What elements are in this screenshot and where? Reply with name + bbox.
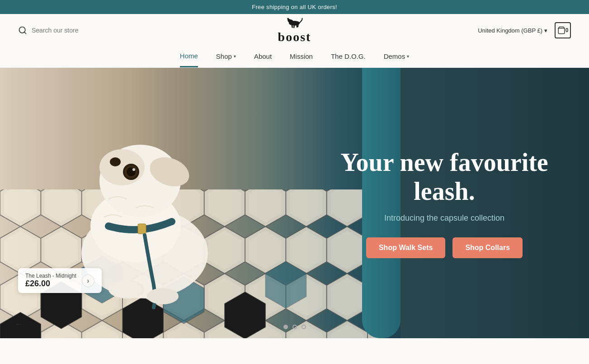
svg-point-31 bbox=[110, 157, 121, 166]
nav-home[interactable]: Home bbox=[180, 52, 198, 67]
carousel-dot-1[interactable] bbox=[283, 325, 288, 329]
hero-headline: Your new favourite leash. bbox=[336, 148, 553, 206]
nav-mission[interactable]: Mission bbox=[290, 52, 313, 67]
svg-point-30 bbox=[132, 168, 135, 171]
demos-chevron-icon: ▾ bbox=[407, 54, 409, 59]
nav-shop[interactable]: Shop ▾ bbox=[216, 52, 236, 67]
cart-icon bbox=[557, 26, 565, 34]
carousel-dots bbox=[283, 325, 306, 329]
header-right: United Kingdom (GBP £) ▾ 0 bbox=[295, 22, 571, 38]
product-tag-info: The Leash - Midnight £26.00 bbox=[25, 273, 76, 288]
svg-point-26 bbox=[99, 149, 145, 185]
carousel-prev-icon: ← bbox=[14, 319, 24, 329]
shop-walk-sets-button[interactable]: Shop Walk Sets bbox=[366, 237, 445, 258]
carousel-next-button[interactable]: → bbox=[560, 317, 580, 331]
product-tag-name: The Leash - Midnight bbox=[25, 273, 76, 279]
product-tag-price: £26.00 bbox=[25, 279, 76, 288]
top-banner: Free shipping on all UK orders! bbox=[0, 0, 589, 14]
header-left bbox=[18, 26, 295, 35]
nav-dog[interactable]: The D.O.G. bbox=[331, 52, 366, 67]
region-text: United Kingdom (GBP £) bbox=[478, 27, 542, 34]
cart-button[interactable]: 0 bbox=[555, 22, 571, 38]
product-tag: The Leash - Midnight £26.00 › bbox=[18, 268, 102, 293]
shop-chevron-icon: ▾ bbox=[234, 54, 236, 59]
search-icon[interactable] bbox=[18, 26, 27, 35]
hero-buttons: Shop Walk Sets Shop Collars bbox=[336, 237, 553, 258]
logo-text: boost bbox=[278, 30, 311, 44]
carousel-dot-3[interactable] bbox=[302, 325, 306, 329]
nav-about[interactable]: About bbox=[254, 52, 272, 67]
search-input[interactable] bbox=[32, 27, 111, 34]
main-nav: Home Shop ▾ About Mission The D.O.G. Dem… bbox=[0, 47, 589, 68]
cart-count: 0 bbox=[565, 27, 569, 33]
svg-line-1 bbox=[24, 32, 26, 34]
hero-subtext: Introducing the capsule collection bbox=[336, 213, 553, 223]
hero-section: The Leash - Midnight £26.00 › Your new f… bbox=[0, 68, 589, 338]
carousel-prev-button[interactable]: ← bbox=[9, 317, 29, 331]
banner-text: Free shipping on all UK orders! bbox=[252, 4, 337, 10]
header: boost United Kingdom (GBP £) ▾ 0 bbox=[0, 14, 589, 47]
region-selector[interactable]: United Kingdom (GBP £) ▾ bbox=[478, 27, 547, 34]
svg-rect-33 bbox=[138, 224, 146, 234]
shop-collars-button[interactable]: Shop Collars bbox=[452, 237, 523, 258]
nav-demos[interactable]: Demos ▾ bbox=[384, 52, 410, 67]
svg-point-34 bbox=[108, 280, 145, 298]
logo[interactable]: boost bbox=[278, 16, 311, 44]
logo-dog-icon bbox=[285, 16, 303, 29]
hero-content: Your new favourite leash. Introducing th… bbox=[336, 148, 553, 258]
carousel-next-icon: → bbox=[565, 319, 575, 329]
product-tag-arrow[interactable]: › bbox=[82, 274, 94, 287]
carousel-dot-2[interactable] bbox=[292, 325, 297, 329]
region-chevron-icon: ▾ bbox=[544, 27, 547, 34]
svg-point-35 bbox=[147, 288, 179, 304]
